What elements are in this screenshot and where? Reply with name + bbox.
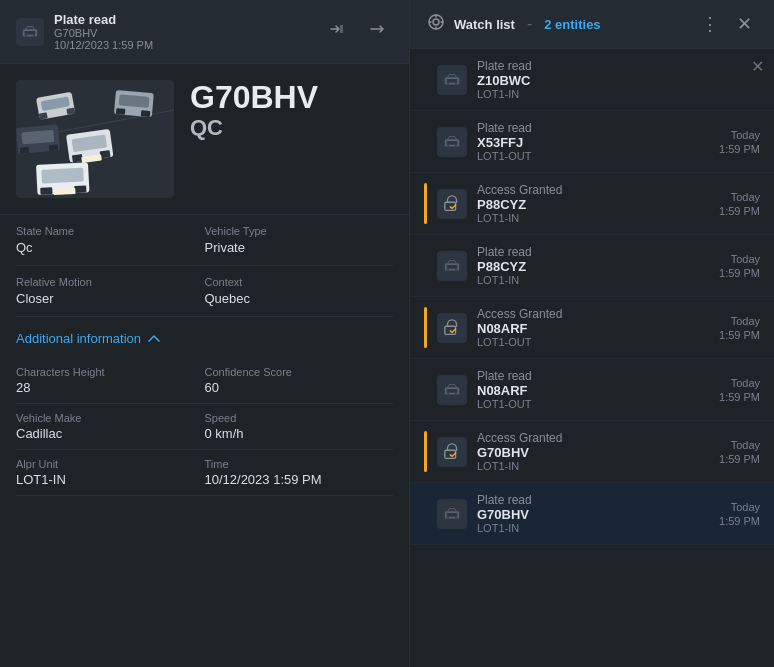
event-date: Today: [731, 253, 760, 265]
event-plate-label: X53FFJ: [477, 135, 719, 150]
svg-point-3: [33, 34, 36, 37]
event-accent-bar: [424, 59, 427, 100]
svg-rect-23: [116, 108, 125, 115]
event-content: Access Granted P88CYZ LOT1-IN: [477, 183, 719, 224]
event-content: Access Granted G70BHV LOT1-IN: [477, 431, 719, 472]
svg-point-38: [447, 144, 450, 147]
event-time: 1:59 PM: [719, 143, 760, 155]
svg-rect-14: [20, 147, 29, 154]
event-location-label: LOT1-OUT: [477, 398, 719, 410]
event-content: Plate read G70BHV LOT1-IN: [477, 493, 719, 534]
event-list: Plate read Z10BWC LOT1-IN ✕ Plate read X…: [410, 49, 774, 667]
forward-button[interactable]: [321, 17, 353, 46]
event-close-button[interactable]: ✕: [751, 59, 764, 75]
more-options-button[interactable]: ⋮: [695, 13, 725, 35]
state-name-label: State Name: [16, 225, 189, 237]
left-panel: Plate read G70BHV 10/12/2023 1:59 PM: [0, 0, 410, 667]
speed-value: 0 km/h: [205, 426, 394, 441]
time-label: Time: [205, 458, 394, 470]
event-time-block: Today 1:59 PM: [719, 431, 760, 472]
speed-label: Speed: [205, 412, 394, 424]
watchlist-icon: [426, 12, 446, 36]
confidence-value: 60: [205, 380, 394, 395]
event-date: Today: [731, 315, 760, 327]
event-date: Today: [731, 377, 760, 389]
event-time: 1:59 PM: [719, 453, 760, 465]
event-time-block: Today 1:59 PM: [719, 121, 760, 162]
plate-number-display: G70BHV: [190, 80, 393, 115]
vehicle-make-value: Cadillac: [16, 426, 189, 441]
navigate-button[interactable]: [361, 17, 393, 46]
svg-rect-29: [53, 188, 75, 195]
svg-rect-37: [447, 141, 458, 145]
event-plate-label: P88CYZ: [477, 197, 719, 212]
svg-point-39: [455, 144, 458, 147]
plate-read-icon: [437, 65, 467, 95]
relative-motion-label: Relative Motion: [16, 276, 189, 288]
svg-rect-26: [41, 168, 84, 184]
event-location-label: LOT1-OUT: [477, 336, 719, 348]
list-item[interactable]: Plate read G70BHV LOT1-IN Today 1:59 PM: [410, 483, 774, 545]
event-datetime-sub: 10/12/2023 1:59 PM: [54, 39, 311, 51]
event-type-label: Plate read: [477, 369, 719, 383]
event-time-block: Today 1:59 PM: [719, 183, 760, 224]
list-item[interactable]: Access Granted N08ARF LOT1-OUT Today 1:5…: [410, 297, 774, 359]
vehicle-type-label: Vehicle Type: [205, 225, 394, 237]
list-item[interactable]: Plate read N08ARF LOT1-OUT Today 1:59 PM: [410, 359, 774, 421]
event-plate-label: N08ARF: [477, 383, 719, 398]
plate-read-icon: [437, 127, 467, 157]
event-accent-bar: [424, 121, 427, 162]
access-granted-icon: [437, 189, 467, 219]
alpr-unit-label: Alpr Unit: [16, 458, 189, 470]
plate-read-icon: [437, 499, 467, 529]
additional-toggle-button[interactable]: Additional information: [16, 331, 161, 346]
event-plate-label: P88CYZ: [477, 259, 719, 274]
chevron-up-icon: [147, 332, 161, 346]
svg-point-2: [25, 34, 28, 37]
watchlist-header: Watch list - 2 entities ⋮ ✕: [410, 0, 774, 49]
svg-point-53: [447, 516, 450, 519]
event-type-label: Plate read: [477, 245, 719, 259]
plate-info: G70BHV QC: [190, 80, 393, 141]
event-type-label: Access Granted: [477, 431, 719, 445]
event-accent-bar: [424, 493, 427, 534]
list-item[interactable]: Access Granted P88CYZ LOT1-IN Today 1:59…: [410, 173, 774, 235]
svg-rect-4: [340, 25, 343, 33]
plate-read-icon: [437, 375, 467, 405]
svg-rect-33: [447, 79, 458, 83]
svg-rect-1: [25, 31, 36, 35]
svg-point-54: [455, 516, 458, 519]
add-time: Time 10/12/2023 1:59 PM: [205, 450, 394, 496]
state-name-value: Qc: [16, 240, 189, 255]
event-plate-sub: G70BHV: [54, 27, 311, 39]
svg-rect-42: [447, 265, 458, 269]
additional-fields-grid: Characters Height 28 Confidence Score 60…: [16, 358, 393, 496]
svg-rect-18: [72, 154, 83, 162]
access-granted-icon: [437, 437, 467, 467]
event-date: Today: [731, 501, 760, 513]
svg-point-44: [455, 268, 458, 271]
detail-context: Context Quebec: [205, 266, 394, 317]
list-item[interactable]: Plate read X53FFJ LOT1-OUT Today 1:59 PM: [410, 111, 774, 173]
event-type-label: Plate read: [477, 59, 760, 73]
list-item[interactable]: Plate read P88CYZ LOT1-IN Today 1:59 PM: [410, 235, 774, 297]
add-alpr-unit: Alpr Unit LOT1-IN: [16, 450, 205, 496]
event-accent-bar: [424, 369, 427, 410]
list-item[interactable]: Access Granted G70BHV LOT1-IN Today 1:59…: [410, 421, 774, 483]
access-granted-icon: [437, 313, 467, 343]
context-value: Quebec: [205, 291, 394, 306]
event-accent-bar: [424, 183, 427, 224]
event-location-label: LOT1-OUT: [477, 150, 719, 162]
event-plate-label: N08ARF: [477, 321, 719, 336]
event-type-label: Plate read: [477, 121, 719, 135]
additional-toggle-label: Additional information: [16, 331, 141, 346]
event-location-label: LOT1-IN: [477, 522, 719, 534]
event-content: Plate read P88CYZ LOT1-IN: [477, 245, 719, 286]
event-time: 1:59 PM: [719, 329, 760, 341]
svg-point-43: [447, 268, 450, 271]
watchlist-actions: ⋮ ✕: [695, 13, 758, 35]
svg-rect-28: [74, 185, 86, 193]
list-item[interactable]: Plate read Z10BWC LOT1-IN ✕: [410, 49, 774, 111]
close-watchlist-button[interactable]: ✕: [731, 13, 758, 35]
context-label: Context: [205, 276, 394, 288]
